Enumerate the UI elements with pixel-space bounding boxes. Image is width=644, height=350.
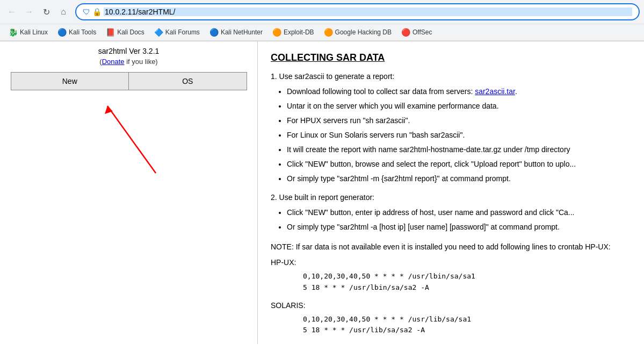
solaris-code-line2: 5 18 * * * /usr/lib/sa/sa2 -A bbox=[303, 325, 631, 336]
list-item: For HPUX servers run "sh sar2ascii". bbox=[287, 115, 631, 126]
home-button[interactable]: ⌂ bbox=[56, 4, 71, 19]
bookmark-kali-nethunter-label: Kali NetHunter bbox=[221, 28, 263, 36]
bookmark-kali-docs-label: Kali Docs bbox=[117, 28, 144, 36]
address-bar-container[interactable]: 🛡 🔒 10.0.2.11/sar2HTML/ bbox=[75, 3, 640, 20]
hpux-code-line2: 5 18 * * * /usr/lbin/sa/sa2 -A bbox=[303, 282, 631, 294]
bullets-list-1: Download following tool to collect sar d… bbox=[271, 86, 631, 184]
bullet6-text: Click "NEW" button, browse and select th… bbox=[287, 160, 576, 168]
google-hacking-icon: 🟠 bbox=[324, 28, 333, 37]
bullet7-text: Or simply type "sar2html -m {sar2html re… bbox=[287, 174, 511, 183]
list-item: Untar it on the server which you will ex… bbox=[287, 101, 631, 112]
hpux-label: HP-UX: bbox=[271, 258, 631, 267]
offsec-icon: 🔴 bbox=[401, 28, 410, 37]
nav-buttons: ← → ↻ ⌂ bbox=[4, 4, 71, 19]
sidebar-title: sar2html Ver 3.2.1 bbox=[98, 47, 160, 55]
kali-docs-icon: 📕 bbox=[106, 28, 115, 37]
list-item: Click "NEW" button, enter ip address of … bbox=[287, 207, 631, 218]
bookmark-kali-forums[interactable]: 🔷 Kali Forums bbox=[150, 26, 204, 38]
list-item: For Linux or Sun Solaris servers run "ba… bbox=[287, 130, 631, 141]
hpux-code-line1: 0,10,20,30,40,50 * * * * /usr/lbin/sa/sa… bbox=[303, 271, 631, 282]
solaris-code: 0,10,20,30,40,50 * * * * /usr/lib/sa/sa1… bbox=[303, 314, 631, 337]
bookmark-kali-linux[interactable]: 🐉 Kali Linux bbox=[4, 26, 52, 38]
bullet8-text: Click "NEW" button, enter ip address of … bbox=[287, 208, 575, 217]
bullet4-text: For Linux or Sun Solaris servers run "ba… bbox=[287, 131, 465, 139]
bookmark-kali-linux-label: Kali Linux bbox=[20, 28, 48, 36]
shield-icon: 🛡 bbox=[83, 8, 90, 16]
os-button[interactable]: OS bbox=[128, 72, 247, 90]
address-text[interactable]: 10.0.2.11/sar2HTML/ bbox=[104, 8, 632, 16]
sidebar-subtitle: (Donate if you like) bbox=[99, 58, 157, 66]
bullet5-text: It will create the report with name sar2… bbox=[287, 145, 570, 154]
bullet2-text: Untar it on the server which you will ex… bbox=[287, 102, 499, 110]
reload-button[interactable]: ↻ bbox=[39, 4, 54, 19]
list-item: Or simply type "sar2html -m {sar2html re… bbox=[287, 173, 631, 184]
kali-linux-icon: 🐉 bbox=[9, 28, 18, 37]
kali-tools-icon: 🔵 bbox=[57, 28, 67, 37]
step2-label: 2. Use built in report generator: bbox=[271, 193, 631, 202]
solaris-label: SOLARIS: bbox=[271, 301, 631, 310]
bookmark-google-hacking-label: Google Hacking DB bbox=[335, 28, 392, 36]
list-item: It will create the report with name sar2… bbox=[287, 144, 631, 155]
bookmarks-bar: 🐉 Kali Linux 🔵 Kali Tools 📕 Kali Docs 🔷 … bbox=[0, 24, 644, 41]
bookmark-exploit-db-label: Exploit-DB bbox=[284, 28, 314, 36]
bookmark-google-hacking[interactable]: 🟠 Google Hacking DB bbox=[320, 26, 396, 38]
lock-icon: 🔒 bbox=[92, 8, 102, 16]
bullet3-text: For HPUX servers run "sh sar2ascii". bbox=[287, 116, 410, 125]
sidebar-buttons: New OS bbox=[11, 72, 247, 90]
back-button[interactable]: ← bbox=[4, 4, 19, 19]
bullets-list-2: Click "NEW" button, enter ip address of … bbox=[271, 207, 631, 233]
solaris-code-line1: 0,10,20,30,40,50 * * * * /usr/lib/sa/sa1 bbox=[303, 314, 631, 325]
donate-link[interactable]: Donate bbox=[102, 58, 125, 66]
page-title: COLLECTING SAR DATA bbox=[271, 52, 631, 63]
main-content: COLLECTING SAR DATA 1. Use sar2ascii to … bbox=[258, 41, 644, 344]
kali-forums-icon: 🔷 bbox=[154, 28, 163, 37]
step1-label: 1. Use sar2ascii to generate a report: bbox=[271, 72, 631, 81]
list-item: Click "NEW" button, browse and select th… bbox=[287, 159, 631, 170]
sar2ascii-link[interactable]: sar2ascii.tar bbox=[475, 87, 515, 96]
bookmark-kali-docs[interactable]: 📕 Kali Docs bbox=[102, 26, 149, 38]
bullet9-text: Or simply type "sar2html -a [host ip] [u… bbox=[287, 223, 560, 231]
exploit-db-icon: 🟠 bbox=[272, 28, 281, 37]
browser-chrome: ← → ↻ ⌂ 🛡 🔒 10.0.2.11/sar2HTML/ 🐉 Kali L… bbox=[0, 0, 644, 41]
bookmark-offsec-label: OffSec bbox=[413, 28, 432, 36]
hpux-code: 0,10,20,30,40,50 * * * * /usr/lbin/sa/sa… bbox=[303, 271, 631, 294]
bullet1-text: Download following tool to collect sar d… bbox=[287, 87, 475, 96]
bookmark-kali-tools[interactable]: 🔵 Kali Tools bbox=[53, 26, 100, 38]
svg-marker-1 bbox=[105, 106, 113, 114]
list-item: Or simply type "sar2html -a [host ip] [u… bbox=[287, 222, 631, 233]
new-button[interactable]: New bbox=[11, 72, 129, 90]
list-item: Download following tool to collect sar d… bbox=[287, 86, 631, 97]
bookmark-kali-forums-label: Kali Forums bbox=[165, 28, 200, 36]
bookmark-offsec[interactable]: 🔴 OffSec bbox=[397, 26, 436, 38]
note-text: NOTE: If sar data is not available even … bbox=[271, 241, 631, 253]
svg-line-0 bbox=[107, 106, 156, 173]
forward-button[interactable]: → bbox=[21, 4, 37, 19]
kali-nethunter-icon: 🔵 bbox=[209, 28, 219, 37]
bookmark-kali-nethunter[interactable]: 🔵 Kali NetHunter bbox=[205, 26, 267, 38]
sidebar: sar2html Ver 3.2.1 (Donate if you like) … bbox=[0, 41, 258, 344]
sidebar-subtitle-post: if you like) bbox=[125, 58, 158, 66]
page-content: sar2html Ver 3.2.1 (Donate if you like) … bbox=[0, 41, 644, 344]
browser-toolbar: ← → ↻ ⌂ 🛡 🔒 10.0.2.11/sar2HTML/ bbox=[0, 0, 644, 24]
bookmark-kali-tools-label: Kali Tools bbox=[69, 28, 96, 36]
bookmark-exploit-db[interactable]: 🟠 Exploit-DB bbox=[268, 26, 319, 38]
